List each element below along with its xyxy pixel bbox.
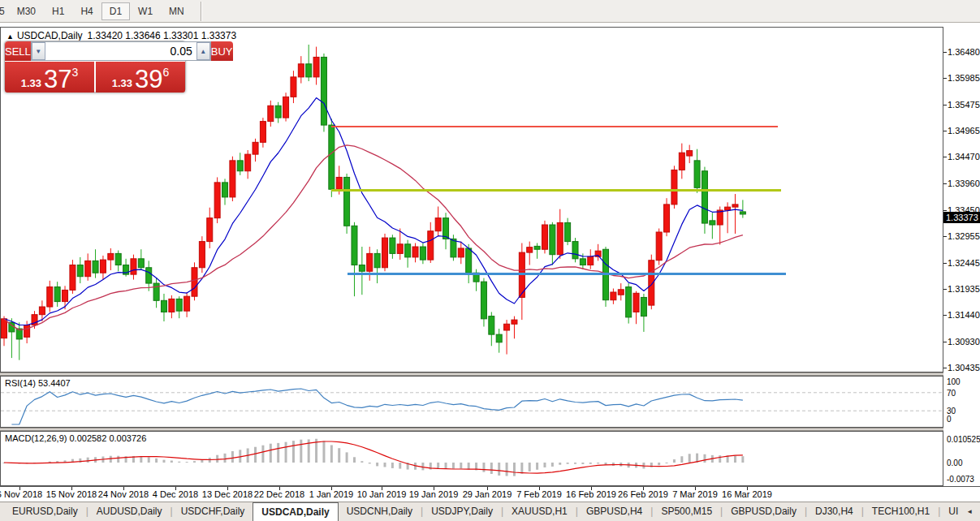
timeframe-button-5[interactable]: 5 — [0, 2, 9, 20]
date-axis-label: 7 Feb 2019 — [516, 489, 562, 499]
symbol-tab-dj30[interactable]: DJ30,H4 — [807, 502, 861, 521]
macd-axis-label: 0.00 — [947, 459, 962, 467]
bid-price-prefix: 1.33 — [21, 78, 41, 89]
date-axis-label: 4 Dec 2018 — [153, 489, 198, 499]
price-axis-label: 1.36480 — [948, 47, 980, 57]
price-axis-tick — [943, 236, 947, 237]
symbol-tab-sp500[interactable]: SP500,M15 — [653, 502, 720, 521]
timeframe-button-d1[interactable]: D1 — [101, 2, 130, 20]
date-axis-label: 16 Mar 2019 — [722, 489, 772, 499]
symbol-tab-tech100[interactable]: TECH100,H1 — [864, 502, 938, 521]
price-axis-label: 1.31935 — [948, 284, 980, 294]
collapse-triangle-icon[interactable]: ▲ — [6, 32, 14, 41]
date-axis-label: 1 Jan 2019 — [309, 489, 353, 499]
ask-price-box[interactable]: 1.33396 — [96, 62, 185, 93]
date-axis-label: 16 Feb 2019 — [566, 489, 616, 499]
rsi-axis-label: 100 — [947, 377, 961, 386]
price-axis-label: 1.32955 — [948, 231, 980, 241]
price-axis-tick — [943, 183, 947, 184]
price-axis-tick — [943, 210, 947, 211]
date-axis-label: 7 Mar 2019 — [672, 489, 718, 499]
volume-input[interactable] — [45, 42, 196, 60]
timeframe-toolbar: 5M30H1H4D1W1MN — [0, 0, 980, 23]
rsi-axis-label: 70 — [947, 389, 956, 398]
volume-stepper: ▼ ▲ — [31, 41, 211, 61]
price-axis-tick — [943, 105, 947, 105]
symbol-tab-eurusd[interactable]: EURUSD,Daily — [4, 502, 86, 521]
timeframe-button-h4[interactable]: H4 — [72, 2, 101, 20]
symbol-tab-usdcnh[interactable]: USDCNH,Daily — [339, 502, 421, 521]
ask-price-sup: 6 — [163, 67, 170, 78]
tab-scroll-left-icon[interactable]: ◄ — [966, 508, 973, 515]
symbol-tab-usdjpy[interactable]: USDJPY,Daily — [423, 502, 501, 521]
symbol-tab-gbpusd[interactable]: GBPUSD,H4 — [578, 502, 650, 521]
symbol-tab-xauusd[interactable]: XAUUSD,H1 — [503, 502, 576, 521]
symbol-tab-usdchf[interactable]: USDCHF,Daily — [173, 502, 253, 521]
price-axis-tick — [943, 289, 947, 290]
price-axis-tick — [943, 52, 947, 53]
timeframe-button-mn[interactable]: MN — [161, 2, 192, 20]
date-axis-label: 24 Nov 2018 — [98, 489, 149, 499]
bid-price-box[interactable]: 1.33373 — [5, 62, 94, 93]
symbol-tab-gbpusd[interactable]: GBPUSD,Daily — [723, 502, 805, 521]
volume-increase-button[interactable]: ▲ — [196, 42, 210, 60]
toolbar-separator — [201, 2, 202, 21]
price-axis-tick — [943, 78, 947, 79]
timeframe-button-m30[interactable]: M30 — [9, 2, 44, 20]
bid-price-big: 37 — [44, 69, 71, 89]
price-axis-label: 1.34470 — [948, 152, 980, 161]
sell-button[interactable]: SELL — [5, 41, 31, 61]
date-axis-label: 26 Feb 2019 — [618, 489, 668, 499]
macd-axis-label: 0.010525 — [947, 435, 980, 444]
volume-decrease-button[interactable]: ▼ — [32, 42, 45, 60]
price-axis-label: 1.33960 — [948, 179, 980, 188]
macd-axis-label: -0.0073 — [947, 475, 974, 484]
date-axis-label: 29 Jan 2019 — [463, 489, 512, 499]
price-axis-label: 1.30930 — [948, 337, 980, 347]
date-axis-label: 22 Dec 2018 — [254, 489, 304, 499]
timeframe-button-w1[interactable]: W1 — [130, 2, 161, 20]
price-axis-label: 1.31440 — [948, 310, 980, 320]
bid-price-sup: 3 — [72, 67, 79, 78]
ask-price-prefix: 1.33 — [112, 78, 132, 89]
symbol-tabbar: EURUSD,Daily|AUDUSD,Daily|USDCHF,DailyUS… — [0, 502, 980, 521]
rsi-title: RSI(14) 53.4407 — [5, 378, 71, 388]
date-axis-label: 10 Jan 2019 — [357, 489, 407, 499]
symbol-tab-ui[interactable]: UI — [940, 502, 966, 521]
price-axis-label: 1.30435 — [948, 363, 980, 372]
price-axis-tick — [943, 368, 947, 368]
chart-title: ▲USDCAD,Daily1.33420 1.33646 1.33301 1.3… — [6, 30, 236, 41]
mt4-window: 5M30H1H4D1W1MN ▲USDCAD,Daily1.33420 1.33… — [0, 0, 980, 521]
price-axis-tick — [943, 315, 947, 316]
date-axis-label: 6 Nov 2018 — [0, 489, 42, 499]
current-price-badge: 1.33373 — [943, 212, 980, 223]
date-axis-label: 19 Jan 2019 — [409, 489, 459, 499]
date-axis-label: 13 Dec 2018 — [202, 489, 253, 499]
price-axis-tick — [943, 263, 947, 264]
price-axis-label: 1.35475 — [948, 100, 980, 110]
price-axis-label: 1.32445 — [948, 258, 980, 268]
symbol-tab-audusd[interactable]: AUDUSD,Daily — [89, 502, 171, 521]
price-axis-tick — [943, 157, 947, 157]
tab-scroll-arrows: ◄► — [966, 502, 980, 521]
timeframe-button-h1[interactable]: H1 — [44, 2, 72, 20]
symbol-tab-usdcad[interactable]: USDCAD,Daily — [253, 502, 338, 521]
ask-price-big: 39 — [135, 69, 162, 89]
price-axis-label: 1.35985 — [948, 73, 980, 83]
one-click-trading-panel: SELL ▼ ▲ BUY 1.33373 1.33396 — [4, 41, 186, 93]
rsi-axis-label: 0 — [947, 415, 952, 424]
rsi-pane[interactable] — [0, 376, 943, 428]
price-axis-tick — [943, 131, 947, 131]
price-axis-label: 1.34965 — [948, 126, 980, 136]
date-axis-label: 15 Nov 2018 — [46, 489, 97, 499]
macd-title: MACD(12,26,9) 0.002582 0.003726 — [5, 433, 146, 443]
price-axis-tick — [943, 342, 947, 342]
chart-ohlc-values: 1.33420 1.33646 1.33301 1.33373 — [88, 30, 237, 41]
chart-symbol-label: USDCAD,Daily — [17, 30, 83, 41]
buy-button[interactable]: BUY — [211, 41, 233, 61]
